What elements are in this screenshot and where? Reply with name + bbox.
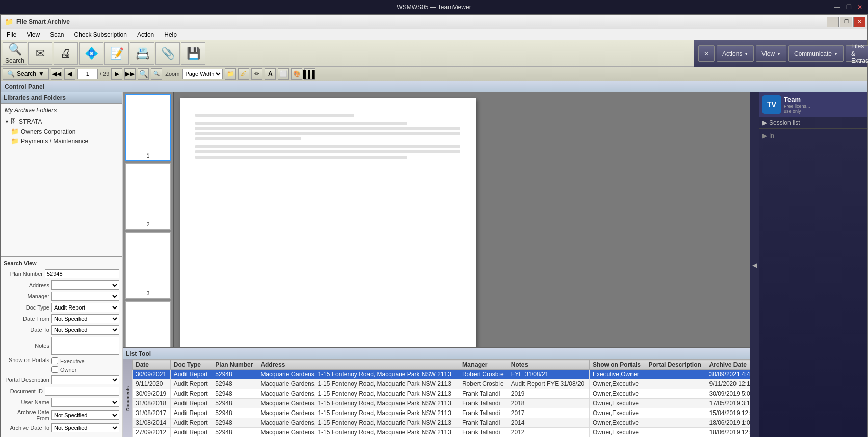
- toolbar-save-btn[interactable]: 💾: [181, 42, 205, 65]
- table-cell: [645, 418, 706, 428]
- owner-label: Owner: [60, 367, 76, 373]
- close-topbar-btn[interactable]: ✕: [856, 4, 864, 11]
- tv-collapse-btn[interactable]: ◀: [750, 92, 759, 437]
- app-title-controls[interactable]: — ❐ ✕: [827, 17, 865, 27]
- address-row: Address: [4, 280, 119, 290]
- app-close-btn[interactable]: ✕: [853, 17, 865, 27]
- barcode-btn[interactable]: ▌▌▌: [304, 68, 315, 80]
- table-cell: [645, 370, 706, 379]
- toolbar-contacts-btn[interactable]: 📇: [130, 42, 154, 65]
- date-to-select[interactable]: Not Specified: [51, 325, 119, 335]
- page-number-input[interactable]: [77, 69, 98, 79]
- search-btn-label: Search: [5, 57, 24, 64]
- open-folder-btn[interactable]: 📁: [225, 68, 236, 80]
- thumbnail-1[interactable]: 1: [125, 94, 171, 161]
- manager-row: Manager: [4, 292, 119, 301]
- minimize-btn[interactable]: —: [833, 4, 841, 11]
- doctype-select[interactable]: Audit Report: [51, 303, 119, 312]
- toolbar-compose-btn[interactable]: ✉: [28, 42, 52, 65]
- menu-file[interactable]: File: [3, 30, 20, 39]
- arch-date-from-select[interactable]: Not Specified: [51, 410, 119, 420]
- thumbnail-4[interactable]: 4: [125, 301, 171, 347]
- doc-id-input[interactable]: [45, 387, 119, 396]
- table-cell: 2012: [508, 428, 589, 438]
- control-panel-label: Control Panel: [1, 81, 867, 92]
- thumbnail-3[interactable]: 3: [125, 232, 171, 299]
- thumb-img-2: [127, 165, 170, 221]
- user-name-label: User Name: [4, 399, 49, 405]
- zoom-in-btn[interactable]: 🔍: [138, 68, 149, 80]
- table-cell: 27/09/2012: [133, 428, 171, 438]
- table-cell: Robert Crosbie: [459, 379, 508, 389]
- tv-communicate-btn[interactable]: Communicate ▼: [788, 45, 844, 62]
- tv-files-btn[interactable]: Files & Extras ▼: [846, 45, 868, 62]
- executive-checkbox[interactable]: [51, 357, 58, 364]
- address-select[interactable]: [51, 280, 119, 290]
- session-list-arrow: ▶: [762, 119, 767, 126]
- search-dropdown-btn[interactable]: 🔍 Search ▼: [3, 68, 49, 80]
- tree-item-strata[interactable]: ▼ 🗄 STRATA: [3, 117, 120, 126]
- text-icon: A: [268, 70, 273, 78]
- text-btn[interactable]: A: [265, 68, 276, 80]
- table-cell: Macquarie Gardens, 1-15 Fontenoy Road, M…: [257, 370, 459, 379]
- menu-action[interactable]: Action: [133, 30, 158, 39]
- portal-desc-select[interactable]: [51, 375, 119, 384]
- zoom-out-btn[interactable]: 🔍: [151, 68, 162, 80]
- tree-container: My Archive Folders ▼ 🗄 STRATA 📁 Owners C…: [1, 104, 122, 256]
- manager-select[interactable]: [51, 292, 119, 301]
- toolbar-print-btn[interactable]: 🖨: [54, 42, 78, 65]
- thumb-img-1: [127, 96, 170, 152]
- plan-number-input[interactable]: [45, 269, 119, 278]
- toolbar-stamp-btn[interactable]: 💠: [79, 42, 103, 65]
- topbar-controls[interactable]: — ❐ ✕: [833, 4, 864, 11]
- zoom-out-icon: 🔍: [153, 71, 160, 76]
- nav-last-btn[interactable]: ▶▶: [124, 68, 136, 80]
- nav-first-btn[interactable]: ◀◀: [51, 68, 62, 80]
- zoom-select[interactable]: Page Width Fit Page 50% 75% 100% 125% 15…: [182, 69, 223, 79]
- menu-view[interactable]: View: [22, 30, 44, 39]
- documents-tab[interactable]: Documents: [123, 359, 132, 437]
- col-portals: Show on Portals: [589, 360, 645, 370]
- thumb-img-4: [127, 303, 170, 347]
- list-tool-label: List Tool: [126, 350, 151, 357]
- highlight-icon: 🖊: [241, 70, 247, 78]
- date-from-select[interactable]: Not Specified: [51, 314, 119, 323]
- note-icon: 📝: [110, 47, 124, 60]
- color-btn[interactable]: 🎨: [291, 68, 302, 80]
- tv-files-label: Files & Extras: [851, 43, 868, 64]
- tv-actions-btn[interactable]: Actions ▼: [717, 45, 754, 62]
- tree-item-payments[interactable]: 📁 Payments / Maintenance: [3, 136, 120, 146]
- date-from-row: Date From Not Specified: [4, 314, 119, 323]
- notes-textarea[interactable]: [51, 337, 119, 355]
- menu-help[interactable]: Help: [160, 30, 181, 39]
- tree-item-owners[interactable]: 📁 Owners Corporation: [3, 126, 120, 136]
- table-cell: Owner,Executive: [589, 418, 645, 428]
- user-name-select[interactable]: [51, 398, 119, 407]
- thumbnail-2[interactable]: 2: [125, 163, 171, 230]
- rect-btn[interactable]: ⬜: [278, 68, 289, 80]
- app-maximize-btn[interactable]: ❐: [840, 17, 852, 27]
- nav-prev-btn[interactable]: ◀: [64, 68, 75, 80]
- owner-checkbox[interactable]: [51, 366, 58, 373]
- tv-view-btn[interactable]: View ▼: [756, 45, 786, 62]
- menu-scan[interactable]: Scan: [46, 30, 68, 39]
- tv-close-btn[interactable]: ✕: [698, 45, 715, 62]
- arch-date-to-select[interactable]: Not Specified: [51, 423, 119, 432]
- maximize-btn[interactable]: ❐: [845, 4, 853, 11]
- open-folder-icon: 📁: [227, 70, 234, 78]
- table-cell: Macquarie Gardens, 1-15 Fontenoy Road, M…: [257, 389, 459, 399]
- expand-icon[interactable]: ▼: [5, 119, 9, 124]
- doc-id-label: Document ID: [4, 388, 43, 394]
- pen-btn[interactable]: ✏: [251, 68, 262, 80]
- doc-page-content: [180, 98, 476, 347]
- toolbar-note-btn[interactable]: 📝: [104, 42, 129, 65]
- table-cell: 52948: [212, 428, 257, 438]
- date-to-label: Date To: [4, 327, 49, 333]
- toolbar-search-btn[interactable]: 🔍 Search: [3, 42, 27, 65]
- session-list-row[interactable]: ▶ Session list: [759, 117, 867, 129]
- nav-next-btn[interactable]: ▶: [111, 68, 122, 80]
- toolbar-attach-btn[interactable]: 📎: [155, 42, 180, 65]
- app-minimize-btn[interactable]: —: [827, 17, 839, 27]
- menu-check-subscription[interactable]: Check Subscription: [70, 30, 131, 39]
- highlight-btn[interactable]: 🖊: [238, 68, 249, 80]
